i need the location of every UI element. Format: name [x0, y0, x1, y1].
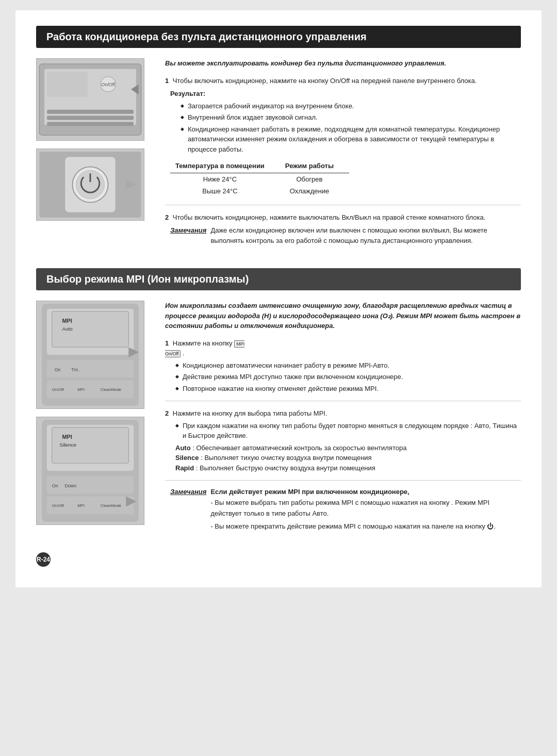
- bullet-mpi-type: При каждом нажатии на кнопку тип работы …: [175, 421, 521, 441]
- section2-item2: 2 Нажмите на кнопку для выбора типа рабо…: [165, 408, 521, 473]
- section1-item1: 1 Чтобы включить кондиционер, нажмите на…: [165, 76, 521, 198]
- page-number: R-24: [36, 552, 51, 567]
- svg-rect-3: [47, 116, 134, 120]
- result-bullet-3: Кондиционер начинает работать в режиме, …: [181, 124, 521, 155]
- section2-item1-bullets: Кондиционер автоматически начинает работ…: [175, 360, 521, 394]
- temp-table: Температура в помещении Режим работы Ниж…: [170, 159, 349, 198]
- bullet-mpi-2: Действие режима MPI доступно также при в…: [175, 372, 521, 382]
- svg-text:CleanMode: CleanMode: [101, 387, 122, 392]
- note2-content: Если действует режим MPI при включенном …: [210, 488, 521, 532]
- svg-text:On/Off: On/Off: [52, 387, 64, 392]
- section2: Выбор режима MPI (Ион микроплазмы) MPI A…: [36, 268, 521, 532]
- section1-images: On/Off: [36, 58, 155, 253]
- footer: R-24: [36, 542, 521, 567]
- bullet-mpi-3: Повторное нажатие на кнопку отменяет дей…: [175, 384, 521, 394]
- section2-divider2: [165, 480, 521, 481]
- section2-intro: Ион микроплазмы создает интенсивно очище…: [165, 301, 521, 331]
- result-bullet-1: Загорается рабочий индикатор на внутренн…: [181, 101, 521, 111]
- power-button-image: [36, 149, 144, 221]
- section2-divider: [165, 401, 521, 401]
- section2-content: MPI Auto On Tm. On/Off MPI CleanMode: [36, 301, 521, 532]
- ac-unit-image: On/Off: [36, 58, 144, 141]
- svg-text:Silence: Silence: [60, 442, 77, 448]
- result-block: Результат: Загорается рабочий индикатор …: [170, 89, 521, 154]
- svg-rect-5: [47, 72, 88, 97]
- section1-item2: 2 Чтобы включить кондиционер, нажмите вы…: [165, 212, 521, 246]
- svg-text:MPI: MPI: [62, 318, 72, 324]
- svg-rect-32: [47, 476, 134, 494]
- section2-note: Замечания Если действует режим MPI при в…: [170, 488, 521, 532]
- table-row-2: Выше 24°C Охлаждение: [170, 185, 349, 198]
- table-header-temp: Температура в помещении: [170, 159, 280, 173]
- note2-item1: - Вы можете выбрать тип работы режима MP…: [210, 498, 521, 519]
- svg-text:On: On: [55, 367, 61, 372]
- temp-table-container: Температура в помещении Режим работы Ниж…: [170, 159, 521, 198]
- svg-text:On/Off: On/Off: [102, 82, 116, 87]
- section1-text: Вы можете эксплуатировать кондинер без п…: [165, 58, 521, 253]
- remote2-image: MPI Silence On Down On/Off MPI CleanMode: [36, 417, 144, 525]
- sub-rapid: Rapid : Выполняет быструю очистку воздух…: [175, 463, 521, 473]
- table-row-1: Ниже 24°C Обогрев: [170, 173, 349, 185]
- section1-intro: Вы можете эксплуатировать кондинер без п…: [165, 58, 521, 69]
- section2-text: Ион микроплазмы создает интенсивно очище…: [165, 301, 521, 532]
- result-bullets: Загорается рабочий индикатор на внутренн…: [181, 101, 521, 155]
- svg-text:CleanMode: CleanMode: [101, 503, 122, 508]
- remote1-image: MPI Auto On Tm. On/Off MPI CleanMode: [36, 301, 144, 409]
- section1-header: Работа кондиционера без пульта дистанцио…: [36, 26, 521, 48]
- svg-text:Tm.: Tm.: [71, 367, 79, 372]
- svg-text:MPI: MPI: [62, 434, 72, 440]
- section2-images: MPI Auto On Tm. On/Off MPI CleanMode: [36, 301, 155, 532]
- svg-text:Down: Down: [64, 483, 76, 488]
- section1-note: Замечания Даже если кондиционер включен …: [170, 225, 521, 245]
- note2-item2: - Вы можете прекратить действие режима M…: [210, 521, 521, 532]
- bullet-mpi-1: Кондиционер автоматически начинает работ…: [175, 360, 521, 371]
- sub-silence: Silence : Выполняет тихую очистку воздух…: [175, 453, 521, 463]
- section2-item2-bullets: При каждом нажатии на кнопку тип работы …: [175, 421, 521, 441]
- svg-text:MPI: MPI: [77, 387, 85, 392]
- section1-content: On/Off: [36, 58, 521, 253]
- section2-sub-items: Auto : Обеспечивает автоматический контр…: [175, 443, 521, 473]
- table-header-mode: Режим работы: [280, 159, 349, 173]
- result-bullet-2: Внутренний блок издает звуковой сигнал.: [181, 112, 521, 123]
- svg-rect-4: [47, 122, 134, 126]
- svg-text:Auto: Auto: [62, 326, 73, 332]
- svg-text:MPI: MPI: [77, 503, 85, 508]
- section2-header: Выбор режима MPI (Ион микроплазмы): [36, 268, 521, 290]
- svg-text:On: On: [52, 483, 58, 488]
- svg-rect-2: [47, 110, 134, 114]
- page: Работа кондиционера без пульта дистанцио…: [15, 10, 542, 587]
- section1-divider: [165, 205, 521, 205]
- svg-text:On/Off: On/Off: [52, 503, 64, 508]
- section2-item1: 1 Нажмите на кнопку MPIOn/Off . Кондицио…: [165, 338, 521, 394]
- sub-auto: Auto : Обеспечивает автоматический контр…: [175, 443, 521, 453]
